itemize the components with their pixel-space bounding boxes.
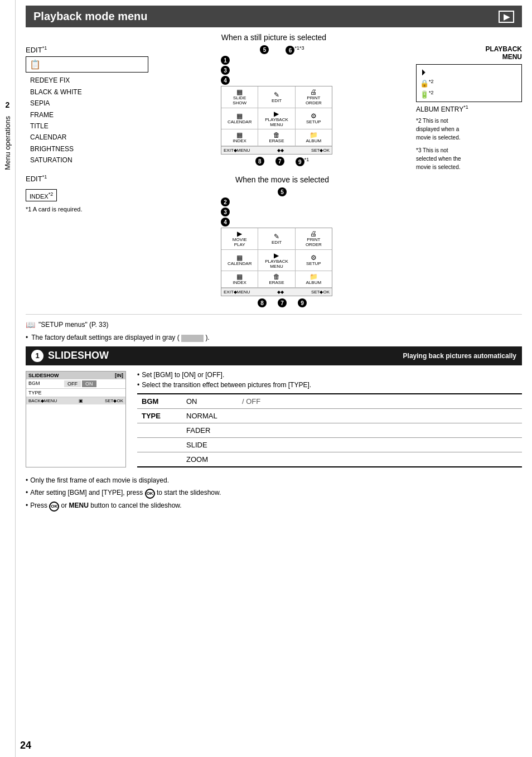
table-row-type-normal: TYPE NORMAL xyxy=(137,408,522,423)
menu-item-redeye: REDEYE FIX xyxy=(30,75,148,86)
cam-cell-print: 🖨 PRINTORDER xyxy=(296,86,332,108)
menu-item-brightness: BRIGHTNESS xyxy=(30,143,148,155)
cam-cell-calendar: ▦ CALENDAR xyxy=(221,108,258,129)
col-fader-alt xyxy=(238,423,522,437)
col-zoom-alt xyxy=(238,452,522,467)
slideshow-badge: 1 xyxy=(31,350,43,362)
index-box: INDEX*2 xyxy=(26,189,57,202)
movie-cam-cell-setup: ⚙ SETUP xyxy=(296,250,332,271)
ss-type-row: TYPE xyxy=(26,389,125,397)
icon-lock: 🔒*2 xyxy=(420,79,518,88)
movie-cam-row-3: ▦ INDEX 🗑 ERASE 📁 ALBUM xyxy=(221,271,332,288)
camera-screen-movie: ▶ MOVIEPLAY ✎ EDIT 🖨 PRINTORDER xyxy=(221,228,332,296)
table-row-fader: FADER xyxy=(137,423,522,437)
callout-1: 1 xyxy=(221,56,344,65)
ss-back: BACK◆MENU xyxy=(28,398,57,403)
callout-3: 3 xyxy=(221,66,344,75)
still-diagram: 5 6*1*3 1 3 4 ▦ xyxy=(221,45,344,166)
movie-callout-row-bottom: 8 7 9 xyxy=(221,298,344,307)
bullet-2: • Select the transition effect between p… xyxy=(137,381,522,389)
bullet-gray: • xyxy=(26,334,28,341)
table-row-slide: SLIDE xyxy=(137,437,522,452)
menu-item-frame: FRAME xyxy=(30,109,148,120)
playback-icons-box: ⏵ 🔒*2 🔋*2 xyxy=(416,64,522,102)
movie-cam-cell-index: ▦ INDEX xyxy=(221,271,258,287)
cam-row-2: ▦ CALENDAR ▶ PLAYBACKMENU ⚙ SETUP xyxy=(221,108,332,130)
movie-cam-bottom: EXIT◆MENU ◆◆ SET◆OK xyxy=(221,288,332,296)
title-bar: Playback mode menu ▶ xyxy=(26,6,522,27)
bottom-bullets: • Only the first frame of each movie is … xyxy=(26,474,522,512)
ss-title-row: SLIDESHOW [IN] xyxy=(26,372,125,379)
bullet-text-2: Select the transition effect between pic… xyxy=(142,381,311,389)
playback-icon: ▶ xyxy=(499,11,514,23)
callout-6: 6*1*3 xyxy=(286,45,304,55)
col-fader: FADER xyxy=(182,423,238,437)
movie-cam-cell-print: 🖨 PRINTORDER xyxy=(296,228,332,249)
cam-cell-playback: ▶ PLAYBACKMENU xyxy=(258,108,295,129)
bbtext1: Only the first frame of each movie is di… xyxy=(30,474,169,487)
callout-7: 7 xyxy=(275,157,284,166)
ss-mid: ▣ xyxy=(79,398,83,403)
movie-callout-top: 5 xyxy=(221,187,344,196)
sidebar-text: Menu operations xyxy=(3,116,12,170)
menu-list: REDEYE FIX BLACK & WHITE SEPIA FRAME TIT… xyxy=(30,75,148,166)
col-type-normal: NORMAL xyxy=(182,408,238,423)
callout-row-bottom: 8 7 9*1 xyxy=(221,157,344,166)
slideshow-desc: • Set [BGM] to [ON] or [OFF]. • Select t… xyxy=(137,371,522,467)
divider-1 xyxy=(26,314,522,315)
bottom-bullet-3: • Press OK or MENU button to cancel the … xyxy=(26,499,522,512)
page-number: 24 xyxy=(20,740,31,751)
callout-row-top: 5 6*1*3 xyxy=(221,45,344,55)
menu-item-bw: BLACK & WHITE xyxy=(30,86,148,98)
slideshow-header: 1 SLIDESHOW Playing back pictures automa… xyxy=(26,346,522,365)
edit-box: 📋 xyxy=(26,56,148,73)
setup-ref-text: "SETUP menus" (P. 33) xyxy=(38,321,108,329)
movie-callout-4b: 4 xyxy=(221,218,344,226)
icon-battery: 🔋*2 xyxy=(420,90,518,99)
movie-cam-cell-edit: ✎ EDIT xyxy=(258,228,295,249)
movie-diagram: 5 2 3 4 ▶ MOVIEPLAY xyxy=(221,187,344,307)
movie-callout-8: 8 xyxy=(258,298,267,307)
ss-bottom: BACK◆MENU ▣ SET◆OK xyxy=(26,397,125,404)
diagram-area: EDIT*1 📋 REDEYE FIX BLACK & WHITE SEPIA … xyxy=(26,45,522,307)
col-type-label: TYPE xyxy=(137,408,182,423)
movie-callout-5: 5 xyxy=(278,187,287,196)
ok-circle-1: OK xyxy=(145,489,155,499)
callout-4: 4 xyxy=(221,76,344,85)
edit-label: EDIT*1 xyxy=(26,45,148,54)
when-move-label: When the move is selected xyxy=(235,175,329,184)
ss-bgm-on: ON xyxy=(82,380,96,387)
movie-callout-7: 7 xyxy=(278,298,287,307)
gray-note-text: The factory default settings are display… xyxy=(31,334,210,341)
center-panel: 5 6*1*3 1 3 4 ▦ xyxy=(154,45,410,307)
cam-row-1: ▦ SLIDESHOW ✎ EDIT 🖨 PRINTORDER xyxy=(221,86,332,108)
slideshow-content: SLIDESHOW [IN] BGM OFF ON TYPE BACK◆MENU… xyxy=(26,371,522,467)
col-zoom-empty xyxy=(137,452,182,467)
playback-label: PLAYBACKMENU xyxy=(416,45,522,61)
movie-callout-9: 9 xyxy=(298,298,307,307)
bbtext2: After setting [BGM] and [TYPE], press OK… xyxy=(30,486,221,499)
notes-setup: 📖 "SETUP menus" (P. 33) xyxy=(26,320,522,329)
col-bgm-on: ON xyxy=(182,394,238,409)
bullet-dot-2: • xyxy=(137,381,139,389)
ok-circle-2: OK xyxy=(49,502,59,512)
right-panel: PLAYBACKMENU ⏵ 🔒*2 🔋*2 ALBUM ENTRY*1 *2 … xyxy=(416,45,522,307)
col-zoom: ZOOM xyxy=(182,452,238,467)
menu-item-calendar: CALENDAR xyxy=(30,132,148,143)
options-table: BGM ON / OFF TYPE NORMAL FADER SLIDE xyxy=(137,393,522,467)
menu-item-sepia: SEPIA xyxy=(30,98,148,109)
cam-cell-slideshow: ▦ SLIDESHOW xyxy=(221,86,258,108)
sidebar: 2 Menu operations xyxy=(0,0,16,757)
movie-cam-cell-calendar: ▦ CALENDAR xyxy=(221,250,258,271)
ref-icon: 📖 xyxy=(26,320,35,329)
col-slide-empty xyxy=(137,437,182,452)
movie-callout-2: 2 xyxy=(221,197,344,206)
ss-bgm-off: OFF xyxy=(64,380,81,387)
col-type-normal-alt xyxy=(238,408,522,423)
bdot1: • xyxy=(26,474,28,487)
camera-screen-still: ▦ SLIDESHOW ✎ EDIT 🖨 PRINTORDER xyxy=(221,86,332,155)
callout-9: 9*1 xyxy=(296,157,309,166)
main-content: Playback mode menu ▶ When a still pictur… xyxy=(16,0,532,523)
page-title: Playback mode menu xyxy=(33,10,148,23)
edit-icon: 📋 xyxy=(30,59,41,70)
